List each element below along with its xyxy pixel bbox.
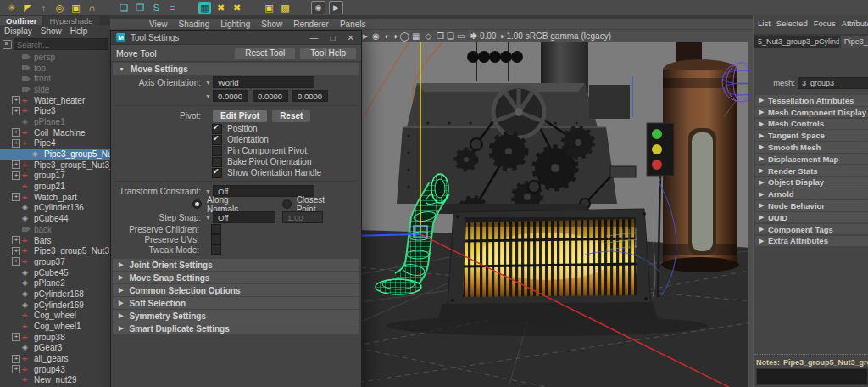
attribute-section-header[interactable]: ▶ Displacement Map	[755, 154, 868, 165]
outliner-item[interactable]: pCylinder168	[0, 289, 110, 300]
expand-toggle-icon[interactable]	[12, 355, 22, 363]
volume-light-icon[interactable]: ▣	[70, 2, 82, 14]
collapsed-section-header[interactable]: ▶ Symmetry Settings	[113, 310, 359, 322]
viewport-menu-item[interactable]: Renderer	[293, 20, 329, 29]
dropdown-arrow-icon[interactable]: ▼	[203, 93, 213, 99]
playblast-icon[interactable]: ◉	[311, 1, 326, 14]
checkbox[interactable]	[212, 157, 222, 167]
checkbox[interactable]	[211, 244, 221, 255]
outliner-item[interactable]: back	[0, 224, 110, 235]
edit-pivot-button[interactable]: Edit Pivot	[213, 110, 267, 122]
expand-toggle-icon[interactable]	[12, 236, 22, 244]
shelf-icon[interactable]	[102, 2, 114, 14]
duplicate-object-icon[interactable]: ❐	[134, 2, 147, 14]
attribute-section-header[interactable]: ▶ Mesh Component Display	[755, 107, 868, 118]
outliner-item[interactable]: group17	[0, 171, 110, 182]
outliner-item[interactable]: Bars	[0, 235, 110, 246]
outliner-item[interactable]: persp	[0, 52, 110, 63]
gamma-field[interactable]: 1.00	[506, 31, 522, 41]
expand-toggle-icon[interactable]	[12, 160, 22, 169]
outliner-menu-item[interactable]: Help	[70, 26, 88, 36]
attribute-section-header[interactable]: ▶ Object Display	[755, 177, 868, 188]
move-x-field[interactable]: 0.0000	[213, 90, 248, 102]
section-move-settings[interactable]: ▼ Move Settings	[113, 63, 359, 75]
move-z-field[interactable]: 0.0000	[292, 90, 328, 102]
delete-lattice-icon[interactable]: ✖	[231, 2, 243, 14]
viewport-menu-item[interactable]: Show	[261, 20, 282, 29]
outliner-item[interactable]: Cog_wheel1	[0, 321, 110, 332]
frame-all-icon[interactable]: ▩	[279, 2, 292, 14]
outliner-menu-item[interactable]: Display	[4, 26, 32, 36]
outliner-item[interactable]: pCube45	[0, 267, 110, 278]
outliner-item[interactable]: group37	[0, 256, 110, 267]
paint-effects-icon[interactable]: ≡	[166, 2, 179, 14]
outliner-tab[interactable]: Outliner	[0, 16, 42, 25]
mesh-name-field[interactable]: 3_group3_	[798, 77, 868, 89]
wireframe-mode-icon[interactable]: ◯	[400, 31, 409, 41]
outliner-item[interactable]: Pipe3_group5_Nut3_group3	[0, 160, 110, 171]
point-light-icon[interactable]: ✳	[5, 2, 18, 14]
outliner-item[interactable]: Water_heater	[0, 95, 110, 106]
move-y-field[interactable]: 0.0000	[253, 90, 288, 102]
outliner-item[interactable]: group43	[0, 364, 110, 375]
radio-button[interactable]	[192, 199, 202, 209]
outliner-item[interactable]: Watch_part	[0, 192, 110, 203]
axis-orientation-select[interactable]: World	[213, 76, 314, 88]
step-snap-select[interactable]: Off	[213, 211, 275, 223]
notes-resize-handle[interactable]	[754, 354, 868, 355]
outliner-item[interactable]: Pipe3	[0, 105, 110, 116]
wire-on-shaded-icon[interactable]: ▦	[412, 31, 420, 41]
viewport-menu-item[interactable]: Shading	[179, 20, 210, 29]
outliner-item[interactable]: Coil_Machine	[0, 127, 110, 138]
film-gate-icon[interactable]: ▭	[457, 31, 465, 41]
outliner-item[interactable]: Pipe3_group5_Nut3_group3	[0, 149, 110, 160]
expand-toggle-icon[interactable]	[12, 333, 22, 341]
outliner-item[interactable]: pCylinder136	[0, 203, 110, 214]
directional-light-icon[interactable]: ↑	[37, 2, 50, 14]
isolate-select-icon[interactable]: ◉	[372, 31, 380, 41]
attribute-section-header[interactable]: ▶ Tessellation Attributes	[755, 95, 868, 106]
exposure-field[interactable]: 0.00	[480, 31, 496, 41]
shelf-icon[interactable]	[295, 2, 308, 14]
attribute-section-header[interactable]: ▶ Smooth Mesh	[755, 142, 868, 153]
attribute-section-header[interactable]: ▶ Node Behavior	[755, 200, 868, 211]
collapsed-section-header[interactable]: ▶ Move Snap Settings	[113, 272, 359, 283]
frame-selected-icon[interactable]: ▣	[263, 2, 275, 14]
checkbox[interactable]	[212, 135, 222, 145]
attribute-section-header[interactable]: ▶ Extra Attributes	[755, 236, 868, 247]
radio-button[interactable]	[282, 199, 292, 209]
expand-toggle-icon[interactable]	[12, 107, 22, 115]
xray-icon[interactable]: ❏	[447, 31, 454, 41]
shelf-icon[interactable]	[182, 2, 195, 14]
outliner-item[interactable]: Pipe3_group5_Nut3_group3	[0, 245, 110, 256]
viewport-menu-item[interactable]: Panels	[340, 20, 366, 29]
checkbox[interactable]	[212, 168, 222, 178]
dropdown-arrow-icon[interactable]: ▼	[203, 188, 213, 194]
outliner-item[interactable]: side	[0, 84, 110, 95]
checkbox[interactable]	[211, 234, 221, 244]
outliner-item[interactable]: top	[0, 63, 110, 74]
center-handle[interactable]	[414, 226, 427, 238]
checkbox[interactable]	[212, 124, 222, 134]
outliner-item[interactable]: pGear3	[0, 343, 110, 354]
tool-help-button[interactable]: Tool Help	[300, 48, 356, 59]
minimize-button[interactable]: —	[310, 33, 319, 42]
attribute-menu-item[interactable]: Attributes	[842, 19, 868, 29]
attribute-menu-item[interactable]: Focus	[814, 19, 836, 29]
reset-tool-button[interactable]: Reset Tool	[235, 48, 295, 59]
exposure-icon[interactable]: ✱	[470, 31, 476, 41]
outliner-item[interactable]: Pipe4	[0, 138, 110, 149]
outliner-item[interactable]: pPlane2	[0, 278, 110, 289]
colorspace-dropdown[interactable]: sRGB gamma (legacy)	[526, 31, 611, 41]
outliner-menu-item[interactable]: Show	[41, 26, 62, 36]
gamma-icon[interactable]: ◑	[498, 31, 504, 41]
checkbox[interactable]	[212, 146, 222, 156]
notes-textarea[interactable]	[756, 368, 868, 385]
outliner-item[interactable]: New_nut29	[0, 375, 110, 386]
expand-toggle-icon[interactable]	[12, 96, 22, 104]
collapsed-section-header[interactable]: ▶ Soft Selection	[113, 297, 359, 309]
attribute-section-header[interactable]: ▶ Tangent Space	[755, 130, 868, 141]
node-tab[interactable]: 5_Nut3_group3_pCylinder85	[754, 36, 839, 48]
collapsed-section-header[interactable]: ▶ Common Selection Options	[113, 284, 359, 296]
ambient-light-icon[interactable]: ◎	[53, 2, 66, 14]
